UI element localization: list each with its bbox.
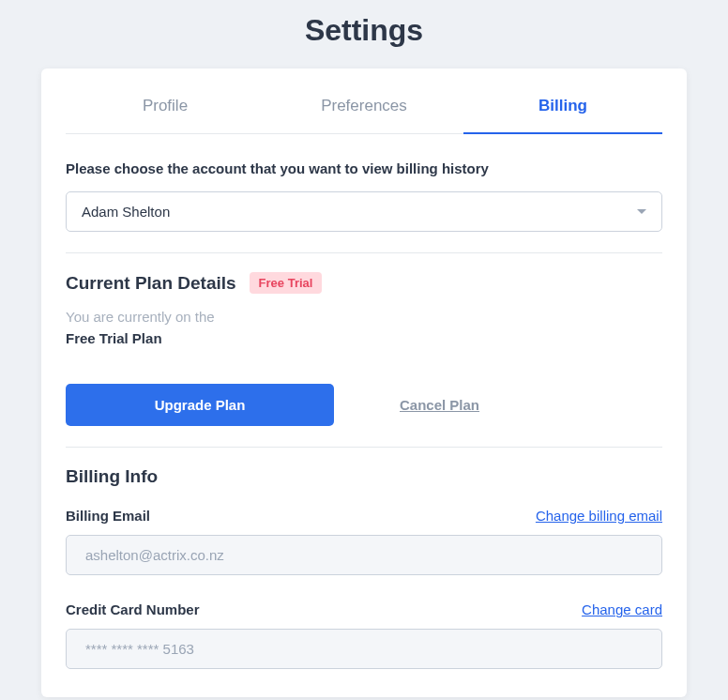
plan-desc-intro: You are currently on the [66,309,662,325]
change-billing-email-link[interactable]: Change billing email [536,508,662,524]
tabs-container: Profile Preferences Billing [66,68,662,134]
plan-desc-name: Free Trial Plan [66,330,662,346]
plan-badge: Free Trial [250,272,323,294]
upgrade-plan-button[interactable]: Upgrade Plan [66,384,334,426]
tab-profile[interactable]: Profile [66,76,265,134]
divider [66,447,662,448]
page-title: Settings [0,0,728,68]
chevron-down-icon [637,209,646,214]
account-select-instruction: Please choose the account that you want … [66,160,662,176]
billing-info-heading: Billing Info [66,466,662,487]
change-card-link[interactable]: Change card [582,601,662,617]
credit-card-label: Credit Card Number [66,601,200,617]
account-select[interactable]: Adam Shelton [66,191,662,232]
settings-card: Profile Preferences Billing Please choos… [41,68,687,697]
account-select-section: Please choose the account that you want … [41,160,687,232]
plan-section: Current Plan Details Free Trial You are … [41,272,687,426]
credit-card-field: **** **** **** 5163 [66,629,662,669]
billing-email-field: ashelton@actrix.co.nz [66,535,662,575]
tab-billing[interactable]: Billing [463,76,662,134]
cancel-plan-link[interactable]: Cancel Plan [400,397,479,413]
billing-email-label: Billing Email [66,508,150,524]
plan-heading: Current Plan Details [66,273,236,294]
divider [66,252,662,253]
billing-info-section: Billing Info Billing Email Change billin… [41,466,687,669]
account-select-value: Adam Shelton [82,204,170,220]
tab-preferences[interactable]: Preferences [265,76,463,134]
